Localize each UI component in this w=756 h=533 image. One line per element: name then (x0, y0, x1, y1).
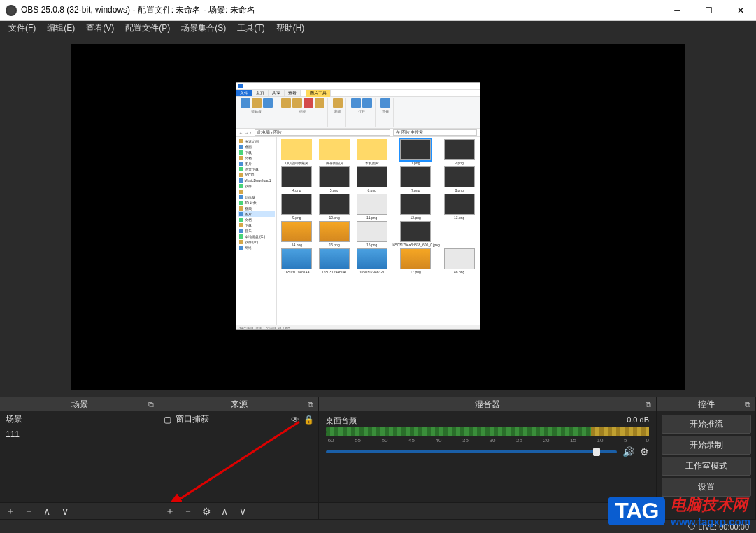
popout-icon[interactable]: ⧉ (146, 399, 156, 409)
fe-content: QQ空间收藏夹保存的图片本机照片1.png2.png4.png5.png6.pn… (277, 137, 480, 325)
menu-profile[interactable]: 配置文件(P) (120, 21, 176, 36)
menu-scene-collection[interactable]: 场景集合(S) (176, 21, 231, 36)
popout-icon[interactable]: ⧉ (643, 399, 653, 409)
scenes-title: 场景 (71, 399, 88, 411)
fe-tab-file: 文件 (236, 90, 252, 96)
lock-icon[interactable]: 🔒 (304, 415, 314, 425)
watermark: TAG 电脑技术网 www.tagxp.com (608, 495, 750, 527)
fe-sidebar: 快速访问桌面下载文档图片迅雷下载26010MusicDownload1软件 此电… (236, 137, 277, 325)
window-controls: ─ ☐ ✕ (662, 0, 756, 21)
fe-tab-share: 共享 (269, 90, 285, 96)
source-item[interactable]: ▢ 窗口捕获 👁 🔒 (159, 411, 318, 427)
track-db: 0.0 dB (627, 415, 649, 426)
track-settings-icon[interactable]: ⚙ (640, 446, 649, 457)
window-title: OBS 25.0.8 (32-bit, windows) - 配置文件: 未命名… (21, 4, 662, 16)
sources-title: 来源 (231, 399, 248, 411)
captured-window: 文件 主页 共享 查看 图片工具 剪贴板 组织 新建 打开 选择 ← → ↑ 此… (236, 82, 480, 330)
fe-titlebar (236, 83, 480, 90)
scenes-list[interactable]: 场景 111 (0, 411, 159, 502)
scene-item[interactable]: 111 (0, 427, 159, 441)
watermark-line2: www.tagxp.com (671, 516, 750, 527)
sources-header: 来源 ⧉ (159, 397, 318, 411)
controls-title: 控件 (698, 399, 715, 411)
remove-scene-button[interactable]: － (22, 505, 35, 518)
menubar: 文件(F) 编辑(E) 查看(V) 配置文件(P) 场景集合(S) 工具(T) … (0, 21, 756, 36)
maximize-button[interactable]: ☐ (693, 0, 725, 21)
minimize-button[interactable]: ─ (662, 0, 693, 21)
window-capture-icon: ▢ (164, 415, 171, 425)
visibility-icon[interactable]: 👁 (291, 415, 299, 425)
audio-meter (326, 427, 649, 432)
popout-icon[interactable]: ⧉ (306, 399, 315, 409)
scene-item[interactable]: 场景 (0, 411, 159, 427)
db-scale: -60-55-50-45-40-35-30-25-20-15-10-50 (326, 437, 649, 443)
scenes-header: 场景 ⧉ (0, 397, 159, 411)
menu-edit[interactable]: 编辑(E) (41, 21, 80, 36)
fe-tab-view: 查看 (285, 90, 301, 96)
scene-down-button[interactable]: ∨ (59, 506, 71, 517)
speaker-icon[interactable]: 🔊 (622, 446, 634, 457)
preview-area: 文件 主页 共享 查看 图片工具 剪贴板 组织 新建 打开 选择 ← → ↑ 此… (0, 36, 756, 397)
preview-canvas[interactable]: 文件 主页 共享 查看 图片工具 剪贴板 组织 新建 打开 选择 ← → ↑ 此… (71, 44, 685, 390)
watermark-tag: TAG (608, 497, 665, 525)
mixer-header: 混音器 ⧉ (319, 397, 656, 411)
source-settings-button[interactable]: ⚙ (200, 506, 213, 517)
fe-ribbon: 剪贴板 组织 新建 打开 选择 (236, 97, 480, 129)
mixer-title: 混音器 (475, 399, 500, 411)
add-source-button[interactable]: ＋ (164, 505, 176, 518)
scenes-panel: 场景 ⧉ 场景 111 ＋ － ∧ ∨ (0, 397, 159, 519)
fe-tab-pictools: 图片工具 (306, 90, 331, 97)
svg-line-0 (177, 422, 299, 501)
start-streaming-button[interactable]: 开始推流 (662, 415, 751, 434)
menu-help[interactable]: 帮助(H) (271, 21, 311, 36)
track-name: 桌面音频 (326, 415, 357, 426)
fe-statusbar: 34 个项目 选中 1 个项目 93.7 KB (236, 325, 480, 330)
window-titlebar: OBS 25.0.8 (32-bit, windows) - 配置文件: 未命名… (0, 0, 756, 21)
source-label: 窗口捕获 (176, 413, 209, 425)
menu-tools[interactable]: 工具(T) (231, 21, 270, 36)
mixer-footer (319, 502, 656, 519)
remove-source-button[interactable]: － (182, 505, 194, 518)
sources-panel: 来源 ⧉ ▢ 窗口捕获 👁 🔒 ＋ － ⚙ ∧ ∨ (159, 397, 319, 519)
watermark-line1: 电脑技术网 (671, 495, 750, 516)
mixer-track: 桌面音频 0.0 dB -60-55-50-45-40-35-30-25-20-… (319, 411, 656, 462)
close-button[interactable]: ✕ (725, 0, 756, 21)
controls-header: 控件 ⧉ (657, 397, 755, 411)
sources-toolbar: ＋ － ⚙ ∧ ∨ (159, 502, 318, 519)
scene-up-button[interactable]: ∧ (41, 506, 53, 517)
menu-file[interactable]: 文件(F) (3, 21, 41, 36)
sources-list[interactable]: ▢ 窗口捕获 👁 🔒 (159, 411, 318, 502)
source-down-button[interactable]: ∨ (236, 506, 249, 517)
obs-logo-icon (6, 5, 17, 16)
fe-tab-home: 主页 (252, 90, 269, 96)
settings-button[interactable]: 设置 (662, 478, 751, 497)
scenes-toolbar: ＋ － ∧ ∨ (0, 502, 159, 519)
popout-icon[interactable]: ⧉ (743, 399, 753, 409)
start-recording-button[interactable]: 开始录制 (662, 436, 751, 455)
mixer-panel: 混音器 ⧉ 桌面音频 0.0 dB -60-55-50-45-40-35-30-… (319, 397, 657, 519)
fe-tabs: 文件 主页 共享 查看 图片工具 (236, 90, 480, 97)
annotation-arrow (166, 418, 313, 502)
add-scene-button[interactable]: ＋ (4, 505, 17, 518)
source-up-button[interactable]: ∧ (218, 506, 231, 517)
audio-meter (326, 432, 649, 436)
menu-view[interactable]: 查看(V) (80, 21, 120, 36)
fe-addressbar: ← → ↑ 此电脑 › 图片 在 图片 中搜索 (236, 129, 480, 137)
volume-slider[interactable] (326, 450, 617, 453)
studio-mode-button[interactable]: 工作室模式 (662, 457, 751, 476)
